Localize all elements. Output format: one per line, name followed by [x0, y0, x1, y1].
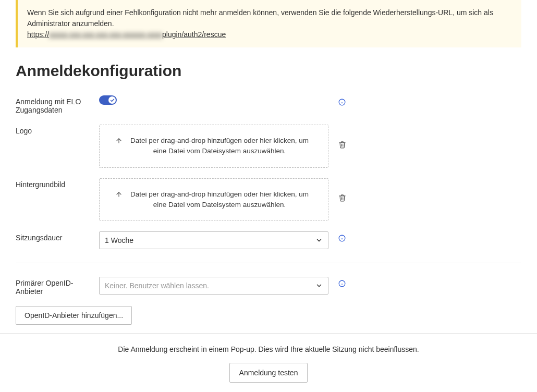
elo-login-label: Anmeldung mit ELO Zugangsdaten: [16, 95, 99, 114]
logo-label: Logo: [16, 125, 99, 135]
chevron-down-icon: [315, 237, 323, 244]
session-duration-label: Sitzungsdauer: [16, 231, 99, 242]
logo-delete-button[interactable]: [335, 137, 349, 152]
info-icon[interactable]: [338, 280, 346, 289]
recovery-url-prefix: https://: [27, 30, 49, 39]
background-label: Hintergrundbild: [16, 178, 99, 189]
recovery-url-link[interactable]: https://xxxxx-xxx-xxx-xxx-xxx-xxxxxx-xxx…: [27, 30, 226, 39]
background-dropzone[interactable]: Datei per drag-and-drop hinzufügen oder …: [99, 178, 328, 222]
divider: [16, 263, 521, 263]
page-title: Anmeldekonfiguration: [16, 62, 521, 80]
trash-icon: [338, 194, 346, 202]
primary-openid-placeholder: Keiner. Benutzer wählen lassen.: [105, 281, 209, 290]
session-duration-select[interactable]: 1 Woche: [99, 231, 328, 249]
test-login-button[interactable]: Anmeldung testen: [229, 363, 308, 383]
primary-openid-select[interactable]: Keiner. Benutzer wählen lassen.: [99, 277, 328, 295]
primary-openid-label: Primärer OpenID-Anbieter: [16, 277, 99, 296]
add-openid-provider-button[interactable]: OpenID-Anbieter hinzufügen...: [16, 306, 132, 325]
upload-icon: [115, 191, 123, 198]
recovery-notice: Wenn Sie sich aufgrund einer Fehlkonfigu…: [16, 0, 521, 47]
elo-login-toggle[interactable]: [99, 95, 117, 105]
logo-dropzone[interactable]: Datei per drag-and-drop hinzufügen oder …: [99, 125, 328, 168]
check-icon: [108, 96, 116, 104]
background-dropzone-text: Datei per drag-and-drop hinzufügen oder …: [127, 189, 312, 211]
chevron-down-icon: [315, 282, 323, 289]
upload-icon: [115, 137, 123, 144]
info-icon[interactable]: [338, 99, 346, 107]
info-icon[interactable]: [338, 235, 346, 243]
background-delete-button[interactable]: [335, 191, 349, 205]
recovery-notice-text: Wenn Sie sich aufgrund einer Fehlkonfigu…: [27, 7, 512, 29]
footer-text: Die Anmeldung erscheint in einem Pop-up.…: [16, 345, 521, 353]
recovery-url-hidden: xxxxx-xxx-xxx-xxx-xxx-xxxxxx-xxxx: [49, 30, 162, 39]
logo-dropzone-text: Datei per drag-and-drop hinzufügen oder …: [127, 136, 312, 157]
session-duration-value: 1 Woche: [105, 236, 133, 244]
recovery-url-suffix: plugin/auth2/rescue: [162, 30, 226, 39]
trash-icon: [338, 141, 346, 149]
